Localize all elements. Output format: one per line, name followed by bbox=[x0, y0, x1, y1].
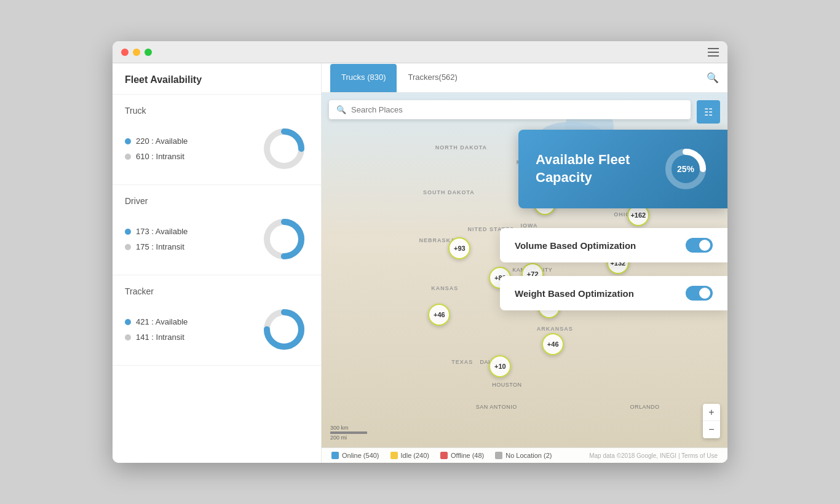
fleet-stats-truck: 220 : Available 610 : Intransit bbox=[125, 124, 309, 173]
fleet-capacity-panel: Available Fleet Capacity 25% bbox=[518, 130, 727, 208]
tab-trackers[interactable]: Trackers(562) bbox=[397, 64, 468, 92]
idle-label: Idle (240) bbox=[401, 452, 429, 459]
city-houston: Houston bbox=[492, 382, 521, 388]
driver-donut-chart bbox=[260, 215, 309, 264]
app-window: Fleet Availability Truck 220 : Available… bbox=[113, 41, 727, 463]
maximize-button[interactable] bbox=[145, 49, 152, 56]
fleet-section-driver-title: Driver bbox=[125, 196, 309, 206]
tracker-available-item: 421 : Available bbox=[125, 317, 188, 326]
sidebar: Fleet Availability Truck 220 : Available… bbox=[113, 63, 322, 463]
fleet-capacity-text: Available Fleet Capacity bbox=[536, 151, 630, 186]
legend-idle: Idle (240) bbox=[390, 452, 429, 459]
truck-donut-chart bbox=[260, 124, 309, 173]
driver-intransit-item: 175 : Intransit bbox=[125, 242, 188, 251]
driver-intransit-label: 175 : Intransit bbox=[136, 242, 184, 251]
truck-intransit-label: 610 : Intransit bbox=[136, 152, 184, 161]
map-area: NORTH DAKOTA MINNESOTA SOUTH DAKOTA NEBR… bbox=[322, 93, 727, 463]
fleet-legend-tracker: 421 : Available 141 : Intransit bbox=[125, 317, 188, 342]
idle-dot bbox=[390, 452, 398, 459]
offline-label: Offline (48) bbox=[451, 452, 484, 459]
legend-noloc: No Location (2) bbox=[495, 452, 552, 459]
region-kansas: KANSAS bbox=[431, 285, 458, 291]
map-background: NORTH DAKOTA MINNESOTA SOUTH DAKOTA NEBR… bbox=[322, 93, 727, 463]
driver-intransit-dot bbox=[125, 244, 131, 250]
noloc-dot bbox=[495, 452, 502, 459]
tracker-available-label: 421 : Available bbox=[136, 317, 188, 326]
volume-optimization-label: Volume Based Optimization bbox=[515, 240, 636, 251]
search-icon: 🔍 bbox=[336, 105, 346, 114]
volume-toggle-slider bbox=[686, 238, 713, 253]
weight-optimization-panel: Weight Based Optimization bbox=[500, 276, 727, 310]
legend-online: Online (540) bbox=[331, 452, 379, 459]
menu-icon[interactable] bbox=[708, 48, 719, 57]
fleet-legend-driver: 173 : Available 175 : Intransit bbox=[125, 227, 188, 251]
truck-intransit-item: 610 : Intransit bbox=[125, 152, 188, 161]
map-search-bar: 🔍 bbox=[329, 100, 691, 119]
legend-offline: Offline (48) bbox=[440, 452, 484, 459]
region-texas: TEXAS bbox=[451, 359, 473, 365]
minimize-button[interactable] bbox=[133, 49, 140, 56]
online-dot bbox=[331, 452, 339, 459]
search-input[interactable] bbox=[351, 105, 683, 114]
driver-available-dot bbox=[125, 229, 131, 235]
cluster-10[interactable]: +10 bbox=[489, 355, 511, 377]
weight-optimization-toggle[interactable] bbox=[686, 286, 713, 301]
zoom-in-button[interactable]: + bbox=[703, 404, 720, 421]
tracker-intransit-label: 141 : Intransit bbox=[136, 333, 184, 342]
title-bar bbox=[113, 41, 727, 63]
volume-optimization-toggle[interactable] bbox=[686, 238, 713, 253]
sidebar-title: Fleet Availability bbox=[113, 63, 321, 95]
truck-available-item: 220 : Available bbox=[125, 136, 188, 146]
fleet-section-truck: Truck 220 : Available 610 : Intransit bbox=[113, 95, 321, 185]
fleet-legend-truck: 220 : Available 610 : Intransit bbox=[125, 136, 188, 161]
zoom-out-button[interactable]: − bbox=[703, 421, 720, 438]
weight-optimization-label: Weight Based Optimization bbox=[515, 288, 634, 299]
main-content: Trucks (830) Trackers(562) 🔍 NORTH DAKOT… bbox=[322, 63, 727, 463]
offline-dot bbox=[440, 452, 448, 459]
app-body: Fleet Availability Truck 220 : Available… bbox=[113, 63, 727, 463]
traffic-lights bbox=[121, 49, 152, 56]
scale-km: 300 km bbox=[330, 425, 349, 431]
tracker-available-dot bbox=[125, 319, 131, 325]
fleet-capacity-title: Available Fleet Capacity bbox=[536, 151, 630, 186]
map-mode-button[interactable]: ☷ bbox=[697, 100, 720, 124]
fleet-section-tracker: Tracker 421 : Available 141 : Intransit bbox=[113, 275, 321, 366]
scale-bar: 300 km 200 mi bbox=[330, 425, 367, 441]
noloc-label: No Location (2) bbox=[505, 452, 552, 459]
fleet-section-driver: Driver 173 : Available 175 : Intransit bbox=[113, 185, 321, 275]
fleet-capacity-donut: 25% bbox=[661, 144, 710, 194]
truck-available-label: 220 : Available bbox=[136, 136, 188, 146]
tracker-intransit-item: 141 : Intransit bbox=[125, 333, 188, 342]
close-button[interactable] bbox=[121, 49, 129, 56]
truck-intransit-dot bbox=[125, 154, 131, 160]
cluster-93[interactable]: +93 bbox=[448, 237, 470, 259]
zoom-controls: + − bbox=[703, 404, 720, 438]
city-orlando: Orlando bbox=[630, 404, 660, 410]
fleet-stats-driver: 173 : Available 175 : Intransit bbox=[125, 215, 309, 264]
tracker-intransit-dot bbox=[125, 334, 131, 341]
driver-available-label: 173 : Available bbox=[136, 227, 188, 236]
scale-mi: 200 mi bbox=[330, 435, 367, 441]
fleet-section-tracker-title: Tracker bbox=[125, 286, 309, 296]
driver-available-item: 173 : Available bbox=[125, 227, 188, 236]
fleet-section-truck-title: Truck bbox=[125, 106, 309, 116]
fleet-capacity-percentage: 25% bbox=[677, 164, 694, 174]
weight-toggle-slider bbox=[686, 286, 713, 301]
region-north-dakota: NORTH DAKOTA bbox=[435, 144, 487, 151]
volume-optimization-panel: Volume Based Optimization bbox=[500, 228, 727, 262]
map-credits: Map data ©2018 Google, INEGI | Terms of … bbox=[589, 452, 718, 459]
city-sanantonio: San Antonio bbox=[476, 404, 517, 410]
truck-available-dot bbox=[125, 138, 131, 144]
region-arkansas: ARKANSAS bbox=[537, 326, 573, 332]
fleet-stats-tracker: 421 : Available 141 : Intransit bbox=[125, 305, 309, 354]
region-south-dakota: SOUTH DAKOTA bbox=[423, 189, 475, 195]
map-legend: Online (540) Idle (240) Offline (48) bbox=[322, 447, 727, 463]
tab-trucks[interactable]: Trucks (830) bbox=[330, 64, 397, 92]
tabs-bar: Trucks (830) Trackers(562) 🔍 bbox=[322, 63, 727, 93]
cluster-46a[interactable]: +46 bbox=[428, 304, 450, 326]
tracker-donut-chart bbox=[260, 305, 309, 354]
cluster-46b[interactable]: +46 bbox=[542, 333, 564, 355]
map-search-icon[interactable]: 🔍 bbox=[707, 72, 719, 84]
online-label: Online (540) bbox=[342, 452, 379, 459]
